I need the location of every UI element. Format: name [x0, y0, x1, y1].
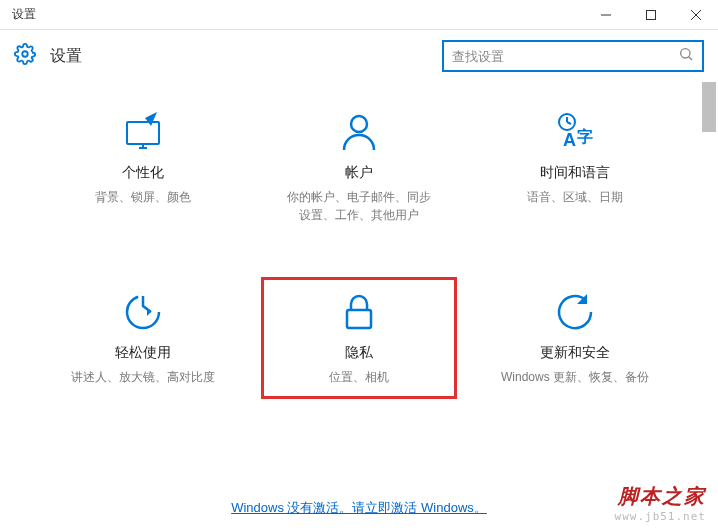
svg-line-13 [567, 122, 571, 124]
settings-grid: 个性化 背景、锁屏、颜色 帐户 你的帐户、电子邮件、同步设置、工作、其他用户 A… [50, 102, 668, 394]
svg-rect-18 [347, 310, 371, 328]
svg-point-5 [681, 49, 690, 58]
tile-label: 更新和安全 [540, 344, 610, 362]
tile-label: 轻松使用 [115, 344, 171, 362]
svg-point-10 [351, 116, 367, 132]
window-title: 设置 [0, 6, 583, 23]
maximize-button[interactable] [628, 0, 673, 30]
close-button[interactable] [673, 0, 718, 30]
activation-banner: Windows 没有激活。请立即激活 Windows。 [0, 498, 718, 517]
tile-label: 隐私 [345, 344, 373, 362]
tile-desc: 语音、区域、日期 [527, 188, 623, 206]
tile-time-language[interactable]: A字 时间和语言 语音、区域、日期 [482, 102, 668, 232]
tile-desc: 背景、锁屏、颜色 [95, 188, 191, 206]
gear-icon [14, 43, 36, 69]
tile-desc: Windows 更新、恢复、备份 [501, 368, 649, 386]
accounts-icon [337, 110, 381, 154]
lock-icon [337, 290, 381, 334]
tile-privacy[interactable]: 隐私 位置、相机 [266, 282, 452, 394]
svg-line-6 [689, 57, 692, 60]
svg-rect-7 [127, 122, 159, 144]
titlebar: 设置 [0, 0, 718, 30]
page-title: 设置 [50, 46, 442, 67]
header: 设置 [0, 30, 718, 82]
svg-text:A: A [563, 130, 576, 150]
time-language-icon: A字 [553, 110, 597, 154]
scrollbar-thumb[interactable] [702, 82, 716, 132]
search-box[interactable] [442, 40, 704, 72]
tile-accounts[interactable]: 帐户 你的帐户、电子邮件、同步设置、工作、其他用户 [266, 102, 452, 232]
update-security-icon [553, 290, 597, 334]
content-area: 个性化 背景、锁屏、颜色 帐户 你的帐户、电子邮件、同步设置、工作、其他用户 A… [0, 82, 718, 502]
tile-personalization[interactable]: 个性化 背景、锁屏、颜色 [50, 102, 236, 232]
tile-desc: 你的帐户、电子邮件、同步设置、工作、其他用户 [284, 188, 434, 224]
tile-label: 个性化 [122, 164, 164, 182]
minimize-button[interactable] [583, 0, 628, 30]
svg-point-4 [22, 51, 28, 57]
svg-rect-1 [646, 10, 655, 19]
personalization-icon [121, 110, 165, 154]
tile-update-security[interactable]: 更新和安全 Windows 更新、恢复、备份 [482, 282, 668, 394]
ease-of-access-icon [121, 290, 165, 334]
tile-ease-of-access[interactable]: 轻松使用 讲述人、放大镜、高对比度 [50, 282, 236, 394]
tile-desc: 讲述人、放大镜、高对比度 [71, 368, 215, 386]
tile-label: 时间和语言 [540, 164, 610, 182]
svg-text:字: 字 [577, 127, 593, 145]
tile-desc: 位置、相机 [329, 368, 389, 386]
activation-link[interactable]: Windows 没有激活。请立即激活 Windows。 [231, 500, 487, 515]
search-input[interactable] [452, 49, 678, 64]
tile-label: 帐户 [345, 164, 373, 182]
search-icon [678, 46, 694, 66]
